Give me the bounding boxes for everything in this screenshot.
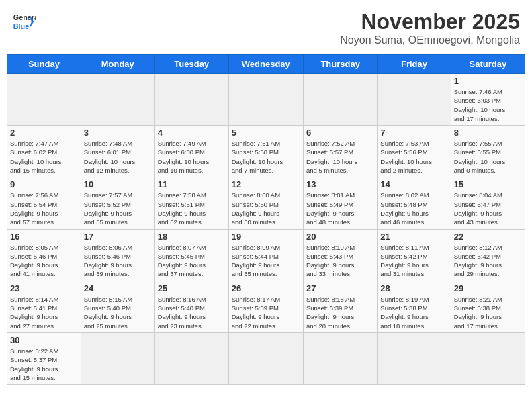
day-info: Sunrise: 7:52 AM Sunset: 5:57 PM Dayligh… <box>306 139 374 175</box>
day-number: 28 <box>380 283 447 293</box>
calendar-cell <box>303 332 377 384</box>
calendar-cell: 8Sunrise: 7:55 AM Sunset: 5:55 PM Daylig… <box>451 126 525 177</box>
day-header-monday: Monday <box>81 55 154 74</box>
calendar-week-6: 30Sunrise: 8:22 AM Sunset: 5:37 PM Dayli… <box>7 332 525 384</box>
day-info: Sunrise: 7:56 AM Sunset: 5:54 PM Dayligh… <box>10 191 78 226</box>
day-info: Sunrise: 7:57 AM Sunset: 5:52 PM Dayligh… <box>84 191 152 226</box>
calendar-cell <box>303 74 377 126</box>
calendar-cell: 4Sunrise: 7:49 AM Sunset: 6:00 PM Daylig… <box>154 126 228 177</box>
day-number: 27 <box>306 283 374 293</box>
calendar-week-5: 23Sunrise: 8:14 AM Sunset: 5:41 PM Dayli… <box>7 281 525 332</box>
day-info: Sunrise: 8:16 AM Sunset: 5:40 PM Dayligh… <box>158 295 226 330</box>
calendar-cell: 18Sunrise: 8:07 AM Sunset: 5:45 PM Dayli… <box>154 229 228 281</box>
day-info: Sunrise: 7:47 AM Sunset: 6:02 PM Dayligh… <box>10 139 78 175</box>
day-number: 12 <box>232 179 300 189</box>
day-number: 2 <box>10 128 78 138</box>
day-info: Sunrise: 8:06 AM Sunset: 5:46 PM Dayligh… <box>84 243 152 279</box>
calendar-cell: 30Sunrise: 8:22 AM Sunset: 5:37 PM Dayli… <box>7 332 81 384</box>
day-number: 9 <box>10 179 78 189</box>
day-info: Sunrise: 8:02 AM Sunset: 5:48 PM Dayligh… <box>380 191 447 226</box>
calendar-cell <box>154 74 228 126</box>
calendar-cell: 24Sunrise: 8:15 AM Sunset: 5:40 PM Dayli… <box>81 281 154 332</box>
calendar-cell: 6Sunrise: 7:52 AM Sunset: 5:57 PM Daylig… <box>303 126 377 177</box>
calendar-cell: 5Sunrise: 7:51 AM Sunset: 5:58 PM Daylig… <box>228 126 303 177</box>
day-header-wednesday: Wednesday <box>228 55 303 74</box>
day-number: 5 <box>232 128 300 138</box>
day-number: 15 <box>454 179 522 189</box>
calendar-week-4: 16Sunrise: 8:05 AM Sunset: 5:46 PM Dayli… <box>7 229 525 281</box>
day-number: 6 <box>306 128 374 138</box>
day-info: Sunrise: 7:49 AM Sunset: 6:00 PM Dayligh… <box>158 139 226 175</box>
calendar-cell: 3Sunrise: 7:48 AM Sunset: 6:01 PM Daylig… <box>81 126 154 177</box>
calendar-cell <box>154 332 228 384</box>
calendar-cell <box>378 74 451 126</box>
calendar-cell <box>451 332 525 384</box>
calendar-cell: 28Sunrise: 8:19 AM Sunset: 5:38 PM Dayli… <box>378 281 451 332</box>
calendar-cell <box>228 74 303 126</box>
day-number: 19 <box>232 232 300 242</box>
day-number: 1 <box>454 76 522 86</box>
calendar-week-1: 1Sunrise: 7:46 AM Sunset: 6:03 PM Daylig… <box>7 74 525 126</box>
day-info: Sunrise: 8:09 AM Sunset: 5:44 PM Dayligh… <box>232 243 300 279</box>
day-info: Sunrise: 8:10 AM Sunset: 5:43 PM Dayligh… <box>306 243 374 279</box>
day-header-friday: Friday <box>378 55 451 74</box>
calendar-cell: 1Sunrise: 7:46 AM Sunset: 6:03 PM Daylig… <box>451 74 525 126</box>
day-info: Sunrise: 8:00 AM Sunset: 5:50 PM Dayligh… <box>232 191 300 226</box>
calendar-cell: 19Sunrise: 8:09 AM Sunset: 5:44 PM Dayli… <box>228 229 303 281</box>
calendar-cell <box>228 332 303 384</box>
day-info: Sunrise: 7:55 AM Sunset: 5:55 PM Dayligh… <box>454 139 522 175</box>
day-info: Sunrise: 8:22 AM Sunset: 5:37 PM Dayligh… <box>10 347 78 382</box>
calendar-cell: 26Sunrise: 8:17 AM Sunset: 5:39 PM Dayli… <box>228 281 303 332</box>
calendar-cell: 10Sunrise: 7:57 AM Sunset: 5:52 PM Dayli… <box>81 177 154 229</box>
day-info: Sunrise: 8:07 AM Sunset: 5:45 PM Dayligh… <box>158 243 226 279</box>
calendar-cell <box>81 332 154 384</box>
calendar-week-2: 2Sunrise: 7:47 AM Sunset: 6:02 PM Daylig… <box>7 126 525 177</box>
day-number: 14 <box>380 179 447 189</box>
calendar-cell: 16Sunrise: 8:05 AM Sunset: 5:46 PM Dayli… <box>7 229 81 281</box>
calendar-cell: 15Sunrise: 8:04 AM Sunset: 5:47 PM Dayli… <box>451 177 525 229</box>
calendar-table: SundayMondayTuesdayWednesdayThursdayFrid… <box>7 54 525 385</box>
page-header: General Blue November 2025 Noyon Suma, O… <box>7 7 525 49</box>
calendar-cell: 12Sunrise: 8:00 AM Sunset: 5:50 PM Dayli… <box>228 177 303 229</box>
day-info: Sunrise: 7:51 AM Sunset: 5:58 PM Dayligh… <box>232 139 300 175</box>
day-info: Sunrise: 8:21 AM Sunset: 5:38 PM Dayligh… <box>454 295 522 330</box>
calendar-cell: 9Sunrise: 7:56 AM Sunset: 5:54 PM Daylig… <box>7 177 81 229</box>
day-info: Sunrise: 8:14 AM Sunset: 5:41 PM Dayligh… <box>10 295 78 330</box>
day-number: 22 <box>454 232 522 242</box>
day-number: 17 <box>84 232 152 242</box>
day-number: 7 <box>380 128 447 138</box>
day-info: Sunrise: 7:53 AM Sunset: 5:56 PM Dayligh… <box>380 139 447 175</box>
day-info: Sunrise: 8:12 AM Sunset: 5:42 PM Dayligh… <box>454 243 522 279</box>
day-info: Sunrise: 8:05 AM Sunset: 5:46 PM Dayligh… <box>10 243 78 279</box>
calendar-cell: 11Sunrise: 7:58 AM Sunset: 5:51 PM Dayli… <box>154 177 228 229</box>
day-header-saturday: Saturday <box>451 55 525 74</box>
day-number: 16 <box>10 232 78 242</box>
day-number: 4 <box>158 128 226 138</box>
day-number: 26 <box>232 283 300 293</box>
day-header-tuesday: Tuesday <box>154 55 228 74</box>
calendar-cell: 13Sunrise: 8:01 AM Sunset: 5:49 PM Dayli… <box>303 177 377 229</box>
day-number: 21 <box>380 232 447 242</box>
calendar-cell: 17Sunrise: 8:06 AM Sunset: 5:46 PM Dayli… <box>81 229 154 281</box>
calendar-cell <box>7 74 81 126</box>
day-info: Sunrise: 7:58 AM Sunset: 5:51 PM Dayligh… <box>158 191 226 226</box>
calendar-cell: 14Sunrise: 8:02 AM Sunset: 5:48 PM Dayli… <box>378 177 451 229</box>
day-info: Sunrise: 8:19 AM Sunset: 5:38 PM Dayligh… <box>380 295 447 330</box>
day-number: 3 <box>84 128 152 138</box>
day-info: Sunrise: 8:15 AM Sunset: 5:40 PM Dayligh… <box>84 295 152 330</box>
day-header-thursday: Thursday <box>303 55 377 74</box>
day-number: 29 <box>454 283 522 293</box>
calendar-cell: 29Sunrise: 8:21 AM Sunset: 5:38 PM Dayli… <box>451 281 525 332</box>
svg-text:Blue: Blue <box>13 22 29 30</box>
day-number: 25 <box>158 283 226 293</box>
day-number: 30 <box>10 335 78 345</box>
logo-icon: General Blue <box>12 9 36 34</box>
calendar-cell: 23Sunrise: 8:14 AM Sunset: 5:41 PM Dayli… <box>7 281 81 332</box>
calendar-week-3: 9Sunrise: 7:56 AM Sunset: 5:54 PM Daylig… <box>7 177 525 229</box>
title-section: November 2025 Noyon Suma, OEmnoegovi, Mo… <box>340 9 520 46</box>
calendar-cell: 25Sunrise: 8:16 AM Sunset: 5:40 PM Dayli… <box>154 281 228 332</box>
calendar-cell: 7Sunrise: 7:53 AM Sunset: 5:56 PM Daylig… <box>378 126 451 177</box>
day-number: 24 <box>84 283 152 293</box>
day-header-sunday: Sunday <box>7 55 81 74</box>
day-number: 11 <box>158 179 226 189</box>
